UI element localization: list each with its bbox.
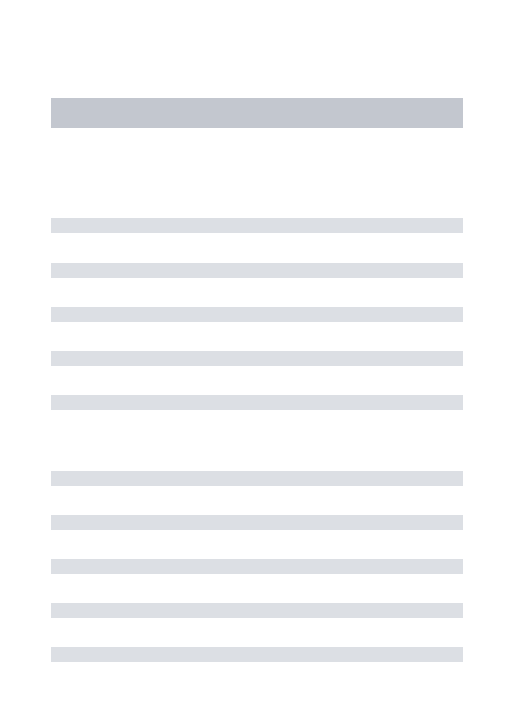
text-line-placeholder bbox=[51, 647, 463, 662]
text-line-placeholder bbox=[51, 307, 463, 322]
text-line-placeholder bbox=[51, 351, 463, 366]
text-line-placeholder bbox=[51, 603, 463, 618]
text-line-placeholder bbox=[51, 218, 463, 233]
header-placeholder bbox=[51, 98, 463, 128]
text-line-placeholder bbox=[51, 471, 463, 486]
text-line-placeholder bbox=[51, 559, 463, 574]
text-line-placeholder bbox=[51, 263, 463, 278]
text-line-placeholder bbox=[51, 515, 463, 530]
text-line-placeholder bbox=[51, 395, 463, 410]
